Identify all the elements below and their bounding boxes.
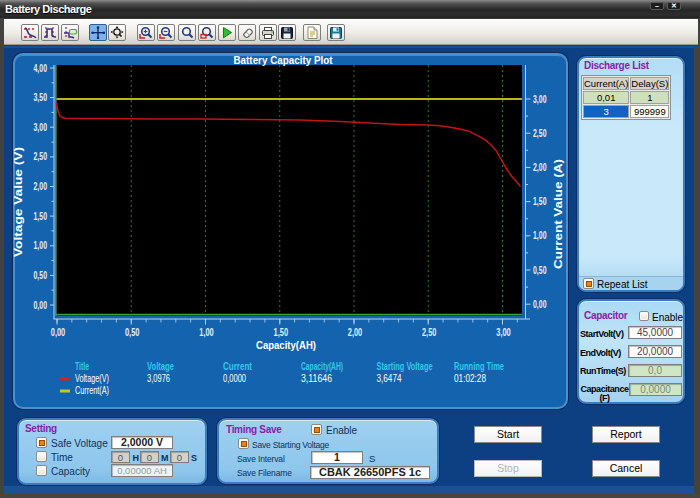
svg-text:2,00: 2,00: [34, 180, 48, 192]
svg-text:1,00: 1,00: [199, 326, 214, 338]
svg-text:Title: Title: [75, 361, 89, 372]
svg-text:Voltage(V): Voltage(V): [75, 373, 109, 384]
svg-text:Running Time: Running Time: [454, 361, 504, 372]
svg-text:4,00: 4,00: [34, 62, 48, 74]
svg-text:0,00: 0,00: [533, 298, 547, 310]
svg-text:3,00: 3,00: [533, 93, 547, 105]
svg-text:3,0976: 3,0976: [147, 373, 170, 384]
svg-text:3,50: 3,50: [34, 91, 48, 103]
svg-text:0,00: 0,00: [34, 299, 48, 311]
svg-text:2,50: 2,50: [422, 326, 437, 338]
svg-text:Current: Current: [223, 361, 253, 372]
svg-text:Voltage Value (V): Voltage Value (V): [13, 147, 24, 257]
svg-text:0,0000: 0,0000: [223, 373, 246, 384]
svg-text:0,50: 0,50: [125, 326, 140, 338]
svg-text:Voltage: Voltage: [147, 361, 174, 372]
svg-text:3,00: 3,00: [496, 326, 511, 338]
svg-text:1,00: 1,00: [533, 229, 547, 241]
svg-text:1,50: 1,50: [34, 210, 48, 222]
svg-text:2,00: 2,00: [348, 326, 363, 338]
svg-text:0,50: 0,50: [533, 264, 547, 276]
svg-text:2,50: 2,50: [533, 127, 547, 139]
svg-text:1,00: 1,00: [34, 239, 48, 251]
svg-text:3,11646: 3,11646: [301, 373, 332, 384]
svg-text:3,00: 3,00: [34, 121, 48, 133]
svg-text:Current(A): Current(A): [75, 385, 109, 396]
svg-text:Battery Capacity Plot: Battery Capacity Plot: [234, 54, 333, 66]
svg-text:1,50: 1,50: [274, 326, 289, 338]
svg-text:Capacity(AH): Capacity(AH): [301, 361, 343, 372]
svg-text:0,00: 0,00: [51, 326, 66, 338]
svg-text:Current Value (A): Current Value (A): [552, 159, 564, 269]
svg-text:01:02:28: 01:02:28: [454, 373, 486, 384]
svg-text:1,50: 1,50: [533, 195, 547, 207]
svg-text:0,50: 0,50: [34, 269, 48, 281]
svg-text:2,00: 2,00: [533, 161, 547, 173]
svg-text:Capacity(AH): Capacity(AH): [256, 339, 316, 351]
svg-text:2,50: 2,50: [34, 150, 48, 162]
svg-text:Starting Voltage: Starting Voltage: [377, 361, 433, 372]
svg-text:3,6474: 3,6474: [377, 373, 402, 384]
